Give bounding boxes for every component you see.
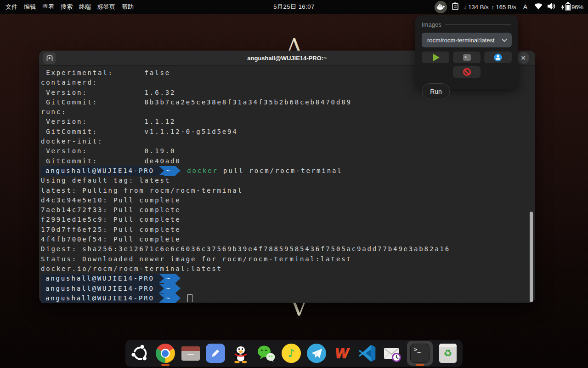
vscode-icon [357,344,377,363]
music-note-icon: ♪ [282,344,301,363]
volume-icon [548,3,556,10]
play-icon [433,54,440,61]
image-action-row-2 [422,66,512,78]
dock-item-ubuntu-launcher[interactable] [130,341,150,366]
terminal-content[interactable]: Experimental: false containerd: Version:… [39,66,535,303]
battery-icon [565,3,571,11]
prompt-user-segment: angushall@WUJIE14-PRO [41,293,159,303]
dock-item-chrome[interactable] [155,341,175,366]
command-program: docker [187,166,218,176]
clipboard-icon [452,2,458,10]
open-terminal-button[interactable]: >_ [453,52,481,63]
charging-bolt-icon [561,4,565,10]
user-icon [494,53,502,62]
wechat-icon [256,344,276,362]
pencil-icon [206,344,225,363]
folder-icon [181,346,200,361]
menu-item-0[interactable]: 文件 [6,3,17,11]
clock[interactable]: 5月25日 16:07 [273,3,314,11]
dock-item-telegram[interactable] [306,341,327,366]
prompt-user-segment: angushall@WUJIE14-PRO [41,274,159,283]
telegram-icon [307,344,326,363]
stop-remove-button[interactable] [453,66,481,78]
dock: ♪ W >_ ♻ [125,340,463,367]
command-args: pull rocm/rocm-terminal [218,166,343,176]
system-tray: ↓ 134 B/s ↑ 165 B/s A 96% [435,1,583,13]
dock-item-wechat[interactable] [256,341,276,366]
powerline-arrow-icon [175,166,181,175]
menu-item-5[interactable]: 标签页 [97,3,115,11]
net-download: ↓ 134 B/s [464,4,488,11]
panel-title: Images [422,21,441,28]
run-tooltip[interactable]: Run [422,83,450,99]
selected-image-label: rocm/rocm-terminal:latest [427,37,502,44]
docker-pull-output: Using default tag: latest latest: Pullin… [41,176,531,274]
dock-item-trash[interactable]: ♻ [438,341,458,366]
running-indicator [416,364,424,366]
clipboard-tray-button[interactable] [452,2,458,12]
running-indicator [161,364,170,366]
user-session-button[interactable] [484,52,512,63]
powerline-arrow-icon [159,274,164,283]
prompt-line-command: angushall@WUJIE14-PRO ~ docker pull rocm… [41,166,531,176]
new-tab-button[interactable] [43,52,56,64]
powerline-arrow-icon [159,284,164,293]
recycle-bin-icon: ♻ [439,344,457,363]
menu-item-1[interactable]: 编辑 [24,3,36,11]
prompt-path-segment: ~ [164,284,175,293]
dock-item-text-editor[interactable] [206,341,226,366]
chevron-down-icon [502,39,507,42]
powerline-arrow-icon [159,293,164,303]
dock-item-wps[interactable]: W [332,341,352,366]
dock-item-mail-schedule[interactable] [382,341,402,366]
terminal-cursor [187,294,192,302]
net-upload: ↑ 165 B/s [491,4,516,11]
menu-item-6[interactable]: 帮助 [122,3,134,11]
typed-command: docker pull rocm/rocm-terminal [187,166,342,176]
top-menubar: 文件编辑查看搜索终端标签页帮助 5月25日 16:07 ↓ 134 B/s ↑ … [0,0,588,14]
dock-item-qq[interactable] [231,341,251,366]
mail-clock-icon [382,344,401,362]
prompt-user-segment: angushall@WUJIE14-PRO [41,284,159,293]
new-tab-icon [46,55,53,62]
powerline-arrow-icon [175,284,181,293]
qq-penguin-icon [232,343,250,363]
header-divider [445,24,511,25]
prompt-user-segment: angushall@WUJIE14-PRO [41,166,159,176]
menu-item-4[interactable]: 终端 [79,3,91,11]
prompt-path-segment: ~ [164,274,175,283]
dock-item-terminal[interactable]: >_ [407,341,433,366]
dock-item-qq-music[interactable]: ♪ [281,341,301,366]
wifi-icon [534,3,543,10]
terminal-menus: 文件编辑查看搜索终端标签页帮助 [6,3,134,11]
docker-whale-icon [436,4,445,11]
battery-indicator[interactable]: 96% [561,3,583,11]
network-speed[interactable]: ↓ 134 B/s ↑ 165 B/s [464,4,516,11]
docker-tray-button[interactable] [435,1,447,13]
prompt-line: angushall@WUJIE14-PRO ~ [41,284,531,293]
input-method-indicator[interactable]: A [521,3,529,11]
menu-item-3[interactable]: 搜索 [61,3,73,11]
dock-item-vscode[interactable] [357,341,377,366]
dock-item-file-manager[interactable] [181,341,201,366]
blocked-icon [463,68,471,76]
terminal-scrollbar[interactable] [530,212,533,302]
battery-percent: 96% [571,4,583,11]
chrome-icon [156,344,175,363]
image-select-dropdown[interactable]: rocm/rocm-terminal:latest [422,33,512,47]
prompt-line: angushall@WUJIE14-PRO ~ [41,274,531,283]
close-button[interactable]: ✕ [517,52,529,64]
docker-images-panel: Images rocm/rocm-terminal:latest >_ Run [415,15,518,89]
window-title: angushall@WUJIE14-PRO:~ [247,55,327,62]
powerline-arrow-icon [175,293,181,303]
wifi-tray-button[interactable] [534,3,543,11]
prompt-path-segment: ~ [164,166,175,176]
powerline-arrow-icon [159,166,164,175]
volume-tray-button[interactable] [548,3,556,11]
run-image-button[interactable] [422,52,449,63]
image-action-row: >_ [422,52,512,63]
menu-item-2[interactable]: 查看 [42,3,54,11]
terminal-icon: >_ [463,54,471,61]
terminal-app-icon: >_ [410,344,430,363]
powerline-arrow-icon [175,274,181,283]
